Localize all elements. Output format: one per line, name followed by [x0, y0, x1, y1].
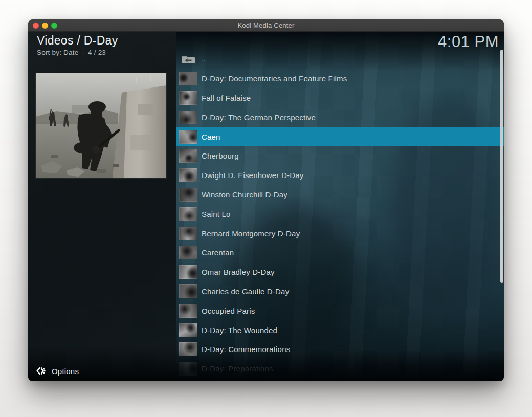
- video-thumbnail: [179, 227, 197, 240]
- list-item-label: Caen: [202, 133, 220, 141]
- video-thumbnail: [179, 207, 197, 221]
- clock: 4:01 PM: [438, 33, 499, 51]
- minimize-button[interactable]: [42, 23, 48, 29]
- list-item-parent-folder[interactable]: ..: [176, 50, 504, 69]
- media-list-panel: 4:01 PM ..D-Day: Documentaries and Featu…: [176, 31, 504, 381]
- list-item[interactable]: Caen: [176, 127, 504, 146]
- list-item[interactable]: D-Day: Documentaries and Feature Films: [176, 69, 504, 89]
- separator: ·: [82, 49, 84, 56]
- list-item[interactable]: Occupied Paris: [176, 301, 504, 320]
- list-item[interactable]: Cherbourg: [176, 146, 504, 166]
- breadcrumb-header: Videos / D-Day Sort by: Date·4 / 23: [37, 34, 118, 56]
- video-thumbnail: [179, 246, 197, 259]
- sort-status: Sort by: Date·4 / 23: [37, 49, 118, 56]
- video-thumbnail: [179, 72, 197, 85]
- list-item[interactable]: Fall of Falaise: [176, 89, 504, 108]
- list-item[interactable]: Charles de Gaulle D-Day: [176, 282, 504, 301]
- list-item-label: Fall of Falaise: [202, 94, 251, 102]
- parent-folder-arrow-icon: [179, 52, 197, 66]
- scrollbar-thumb[interactable]: [500, 50, 503, 283]
- window-title: Kodi Media Center: [28, 19, 504, 31]
- list-item-label: ..: [202, 56, 205, 63]
- list-item[interactable]: D-Day: The Wounded: [176, 320, 504, 340]
- list-item[interactable]: Saint Lo: [176, 204, 504, 224]
- list-item[interactable]: Dwight D. Eisenhower D-Day: [176, 166, 504, 185]
- left-bottom-gradient: [28, 345, 176, 381]
- close-button[interactable]: [33, 23, 39, 29]
- bottom-gradient: [176, 349, 504, 381]
- video-thumbnail: [179, 168, 197, 182]
- sort-by-label[interactable]: Sort by: Date: [37, 49, 78, 56]
- list-item-label: Cherbourg: [202, 151, 239, 160]
- item-position: 4 / 23: [88, 49, 106, 56]
- video-list: ..D-Day: Documentaries and Feature Films…: [176, 50, 504, 379]
- video-thumbnail: [179, 111, 197, 124]
- video-thumbnail: [179, 265, 197, 279]
- list-item-label: Omar Bradley D-Day: [202, 268, 275, 276]
- list-item-label: Saint Lo: [202, 210, 231, 218]
- list-item-label: D-Day: The Wounded: [202, 326, 277, 335]
- list-item-label: D-Day: Documentaries and Feature Films: [202, 74, 347, 83]
- video-thumbnail: [179, 284, 197, 298]
- video-preview-thumbnail: [36, 73, 166, 178]
- video-thumbnail: [179, 304, 197, 318]
- list-item-label: Bernard Montgomery D-Day: [202, 229, 300, 238]
- list-item[interactable]: Carentan: [176, 243, 504, 262]
- list-item[interactable]: Winston Churchill D-Day: [176, 185, 504, 205]
- video-thumbnail: [179, 188, 197, 202]
- list-item[interactable]: Omar Bradley D-Day: [176, 262, 504, 282]
- list-item-label: Charles de Gaulle D-Day: [202, 287, 289, 296]
- list-item-label: D-Day: The German Perspective: [202, 113, 316, 122]
- list-item[interactable]: D-Day: The German Perspective: [176, 107, 504, 127]
- kodi-window: Kodi Media Center Videos / D-Day Sort by…: [28, 19, 504, 381]
- bw-war-photo-icon: [36, 73, 166, 178]
- chevron-left-gear-icon: [36, 366, 46, 376]
- zoom-button[interactable]: [51, 23, 57, 29]
- page-title: Videos / D-Day: [37, 34, 118, 48]
- titlebar: Kodi Media Center: [28, 19, 504, 32]
- options-button[interactable]: Options: [36, 366, 79, 376]
- list-item[interactable]: Bernard Montgomery D-Day: [176, 224, 504, 243]
- list-item-label: Dwight D. Eisenhower D-Day: [202, 171, 303, 180]
- list-item-label: Occupied Paris: [202, 306, 255, 315]
- desktop: Kodi Media Center Videos / D-Day Sort by…: [0, 0, 532, 417]
- app-area: Videos / D-Day Sort by: Date·4 / 23: [28, 31, 504, 381]
- video-thumbnail: [179, 91, 197, 105]
- left-sidebar: Videos / D-Day Sort by: Date·4 / 23: [28, 31, 176, 381]
- video-thumbnail: [179, 323, 197, 337]
- list-item-label: Winston Churchill D-Day: [202, 190, 287, 199]
- video-thumbnail: [179, 149, 197, 163]
- list-item-label: Carentan: [202, 248, 234, 257]
- options-label: Options: [52, 367, 79, 376]
- video-thumbnail: [179, 130, 197, 144]
